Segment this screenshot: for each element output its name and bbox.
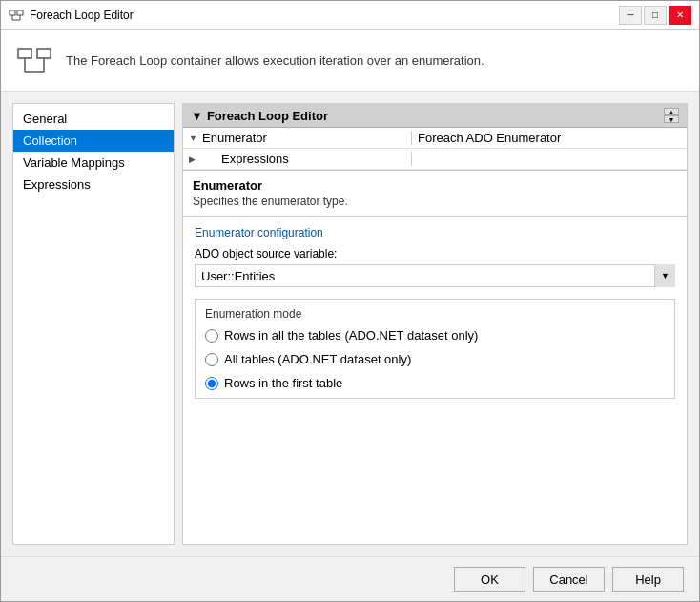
header-description: The Foreach Loop container allows execut…: [66, 53, 484, 68]
radio-all-tables[interactable]: All tables (ADO.NET dataset only): [205, 352, 665, 366]
tree-label-text-enumerator: Enumerator: [202, 131, 267, 145]
window-title: Foreach Loop Editor: [30, 9, 134, 22]
header-area: The Foreach Loop container allows execut…: [1, 30, 699, 92]
config-section: Enumerator configuration ADO object sour…: [183, 217, 687, 544]
radio-rows-first[interactable]: Rows in the first table: [205, 376, 665, 390]
title-bar: Foreach Loop Editor ─ □ ✕: [1, 1, 699, 30]
radio-rows-all-label: Rows in all the tables (ADO.NET dataset …: [224, 328, 478, 343]
tree-row-enumerator[interactable]: ▼ Enumerator Foreach ADO Enumerator: [183, 128, 687, 149]
tree-label-expressions: ▶ Expressions: [183, 152, 412, 166]
foreach-icon: [16, 41, 54, 79]
panel-collapse-icon[interactable]: ▼: [191, 109, 203, 123]
radio-rows-all-input[interactable]: [205, 329, 218, 343]
main-window: Foreach Loop Editor ─ □ ✕ The Foreach Lo…: [0, 0, 700, 602]
tree-label-text-expressions: Expressions: [221, 152, 289, 166]
ok-button[interactable]: OK: [454, 567, 525, 592]
radio-all-tables-input[interactable]: [205, 353, 218, 366]
window-icon: [9, 8, 24, 23]
enum-title: Enumerator: [193, 178, 677, 193]
cancel-button[interactable]: Cancel: [533, 567, 605, 592]
radio-rows-first-label: Rows in the first table: [224, 376, 342, 390]
content-area: General Collection Variable Mappings Exp…: [1, 92, 699, 556]
enumeration-mode-box: Enumeration mode Rows in all the tables …: [195, 299, 675, 399]
ado-source-select[interactable]: User::Entities: [195, 264, 675, 287]
right-panel: ▼ Foreach Loop Editor ▲ ▼ ▼ Enumerator F…: [182, 103, 688, 545]
title-bar-controls: ─ □ ✕: [619, 6, 691, 25]
left-nav: General Collection Variable Mappings Exp…: [12, 103, 175, 545]
svg-rect-5: [18, 49, 31, 58]
nav-item-expressions[interactable]: Expressions: [13, 174, 174, 196]
enumerator-description: Enumerator Specifies the enumerator type…: [183, 171, 687, 217]
scroll-down-button[interactable]: ▼: [664, 115, 679, 123]
footer: OK Cancel Help: [1, 556, 699, 601]
panel-title: ▼ Foreach Loop Editor: [191, 109, 328, 123]
tree-value-enumerator: Foreach ADO Enumerator: [412, 131, 687, 145]
tree-table: ▼ Enumerator Foreach ADO Enumerator ▶ Ex…: [183, 128, 687, 171]
ado-dropdown-wrapper: User::Entities ▼: [195, 264, 675, 287]
enum-mode-title: Enumeration mode: [205, 307, 665, 321]
panel-title-text: Foreach Loop Editor: [207, 109, 328, 123]
tree-row-expressions[interactable]: ▶ Expressions: [183, 149, 687, 170]
title-bar-left: Foreach Loop Editor: [9, 8, 134, 23]
close-button[interactable]: ✕: [669, 6, 691, 25]
radio-rows-all[interactable]: Rows in all the tables (ADO.NET dataset …: [205, 328, 665, 343]
maximize-button[interactable]: □: [644, 6, 667, 25]
panel-header: ▼ Foreach Loop Editor ▲ ▼: [183, 104, 687, 128]
scroll-up-button[interactable]: ▲: [664, 108, 679, 115]
panel-scroll-buttons: ▲ ▼: [664, 108, 679, 123]
tree-label-enumerator: ▼ Enumerator: [183, 131, 412, 145]
radio-all-tables-label: All tables (ADO.NET dataset only): [224, 352, 411, 366]
svg-rect-0: [10, 10, 15, 15]
expand-icon-expressions[interactable]: ▶: [189, 155, 198, 164]
config-section-title: Enumerator configuration: [195, 226, 675, 239]
minimize-button[interactable]: ─: [619, 6, 642, 25]
nav-item-variable-mappings[interactable]: Variable Mappings: [13, 152, 174, 174]
svg-rect-1: [17, 10, 23, 15]
svg-rect-6: [37, 49, 51, 58]
radio-group: Rows in all the tables (ADO.NET dataset …: [205, 328, 665, 390]
radio-rows-first-input[interactable]: [205, 377, 218, 390]
ado-label: ADO object source variable:: [195, 247, 675, 260]
nav-item-collection[interactable]: Collection: [13, 130, 174, 152]
enum-subtitle: Specifies the enumerator type.: [193, 195, 677, 208]
nav-item-general[interactable]: General: [13, 108, 174, 130]
help-button[interactable]: Help: [612, 567, 684, 592]
expand-icon-enumerator[interactable]: ▼: [189, 134, 198, 143]
